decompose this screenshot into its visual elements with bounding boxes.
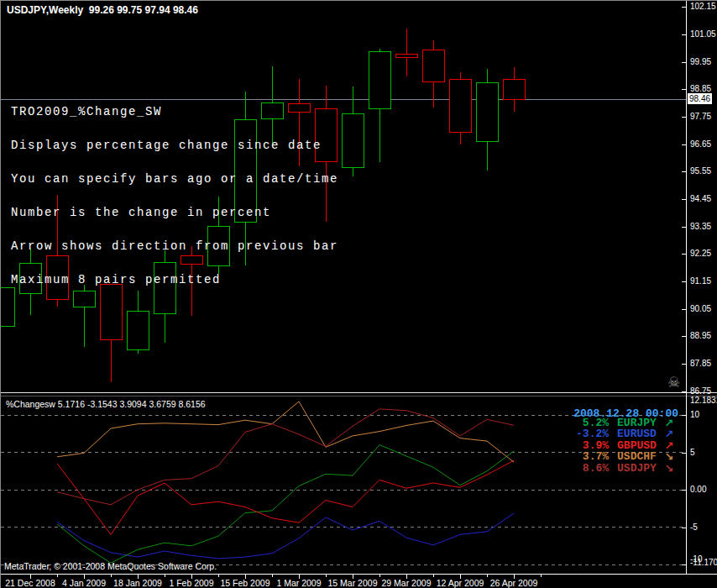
annotation-line: TRO2009_%Change_SW	[11, 105, 162, 118]
candlestick-chart-area[interactable]	[1, 1, 717, 392]
price-tick	[682, 281, 686, 282]
annotation-line: Number is the change in percent	[11, 206, 271, 219]
price-tick-label: 101.05	[690, 29, 717, 39]
arrow-down-icon: ↘	[664, 463, 678, 474]
candle	[422, 40, 444, 108]
bull-candle-body	[1, 287, 14, 326]
mt4-chart-window: USDJPY,Weekly 99.26 99.75 97.94 98.46 TR…	[0, 0, 717, 588]
candle	[369, 49, 390, 162]
pair-change-row: 3.9%GBPUSD↗	[552, 440, 678, 451]
indicator-max-label: 12.1831	[690, 396, 717, 405]
price-tick-label: 94.45	[690, 194, 717, 203]
price-tick-label: 95.55	[690, 166, 717, 176]
indicator-tick	[682, 490, 686, 491]
price-tick-label: 97.75	[690, 112, 717, 121]
price-tick-label: 88.95	[690, 331, 717, 340]
bear-candle-body	[422, 50, 444, 81]
indicator-min-label: -11.1709	[690, 558, 717, 567]
candle	[154, 250, 175, 343]
bear-candle-body	[100, 284, 122, 339]
time-tick-minor	[272, 575, 273, 577]
price-tick	[682, 227, 686, 228]
time-tick-minor	[379, 575, 380, 577]
price-tick	[682, 144, 686, 145]
bull-candle-body	[369, 51, 390, 108]
indicator-title: %Changesw 5.1716 -3.1543 3.9094 3.6759 8…	[6, 399, 206, 409]
candle	[73, 285, 95, 347]
candle	[395, 29, 417, 76]
skull-icon: ☠	[667, 374, 680, 391]
price-tick	[682, 89, 686, 90]
price-tick-label: 92.25	[690, 249, 717, 258]
time-tick-label: 26 Apr 2009	[480, 578, 547, 588]
pair-percent: -3.2%	[552, 428, 609, 439]
candle	[127, 291, 149, 354]
pair-change-row: -3.2%EURUSD↗	[552, 428, 678, 439]
bull-candle-body	[127, 311, 149, 349]
pair-percent: 3.7%	[552, 451, 609, 462]
panel-splitter[interactable]	[1, 392, 717, 393]
time-axis-line	[1, 574, 717, 575]
pair-symbol: USDCHF	[617, 451, 664, 462]
pair-change-row: 8.6%USDJPY↘	[552, 463, 678, 474]
indicator-tick-label: 5	[690, 448, 717, 457]
pair-symbol: GBPUSD	[617, 440, 664, 451]
pair-symbol: USDJPY	[617, 463, 664, 474]
annotation-line: Arrow shows direction from previous bar	[11, 239, 338, 253]
time-tick-minor	[487, 575, 488, 577]
candle	[503, 67, 525, 112]
pair-symbol: EURJPY	[617, 417, 664, 428]
pair-change-row: 3.7%USDCHF↘	[552, 451, 678, 462]
indicator-line-usdjpy	[57, 409, 514, 505]
annotation-line: Displays percentage change since date	[11, 139, 322, 152]
panel-splitter-shadow	[1, 396, 717, 396]
time-tick-minor	[165, 575, 165, 577]
indicator-tick	[682, 564, 686, 565]
pair-percent: 5.2%	[552, 417, 609, 428]
pair-symbol: EURUSD	[617, 428, 664, 439]
price-tick-label: 91.15	[690, 276, 717, 286]
time-tick-minor	[218, 575, 219, 577]
copyright-text: MetaTrader, © 2001-2008 MetaQuotes Softw…	[4, 561, 217, 571]
time-tick-minor	[541, 575, 542, 577]
bull-candle-body	[73, 291, 95, 307]
bear-candle-body	[315, 108, 337, 161]
indicator-tick-label: 0.00	[690, 485, 717, 494]
bull-candle-body	[476, 82, 498, 141]
price-tick-label: 96.65	[690, 139, 717, 149]
price-tick-label: 93.35	[690, 222, 717, 231]
candle	[1, 287, 14, 326]
arrow-up-icon: ↗	[664, 417, 678, 428]
price-tick-label: 99.95	[690, 57, 717, 66]
arrow-up-icon: ↗	[664, 440, 678, 451]
price-tick	[682, 117, 686, 118]
bear-candle-body	[288, 103, 310, 112]
indicator-tick-label: -5	[690, 522, 717, 532]
price-tick	[682, 254, 686, 255]
bear-candle-body	[449, 79, 471, 132]
candle	[100, 284, 122, 382]
current-price-badge: 98.46	[688, 93, 712, 104]
bear-candle-body	[181, 255, 202, 264]
price-tick-label: 98.85	[690, 84, 717, 93]
price-tick-label: 86.75	[690, 386, 717, 396]
price-tick	[682, 336, 686, 337]
indicator-tick	[682, 415, 686, 416]
candle	[315, 86, 337, 222]
price-tick	[682, 7, 686, 8]
time-tick-minor	[57, 575, 58, 577]
price-tick-label: 87.85	[690, 359, 717, 368]
candle	[288, 79, 310, 166]
price-tick	[682, 34, 686, 35]
indicator-line-eurjpy	[57, 445, 514, 564]
price-tick	[682, 364, 686, 365]
price-tick	[682, 309, 686, 310]
annotation-line: Maximum 8 pairs permitted	[11, 273, 221, 286]
bull-candle-body	[261, 102, 283, 118]
price-tick	[682, 391, 686, 392]
candle	[449, 72, 471, 144]
price-axis-line	[686, 1, 687, 574]
indicator-line-gbpusd	[57, 460, 514, 534]
bull-candle-body	[342, 113, 364, 167]
time-tick-minor	[433, 575, 434, 577]
